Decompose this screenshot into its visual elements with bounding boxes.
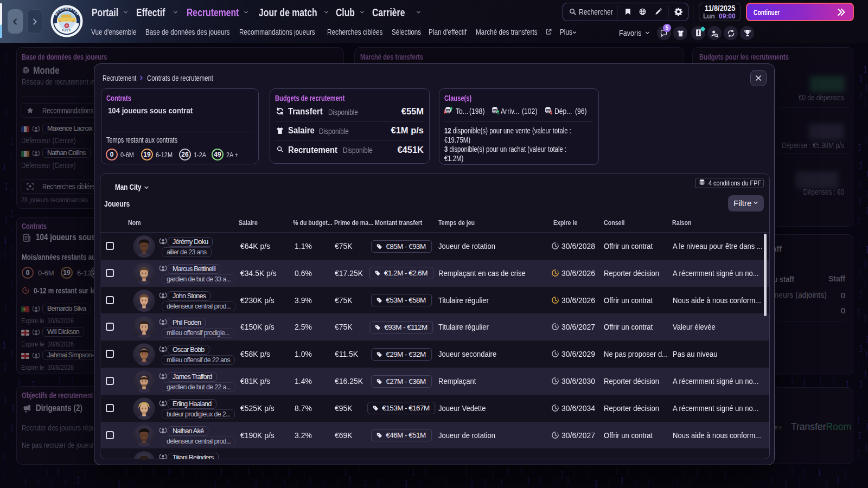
svg-text:94: 94 [72,20,75,23]
svg-text:18: 18 [59,20,61,23]
